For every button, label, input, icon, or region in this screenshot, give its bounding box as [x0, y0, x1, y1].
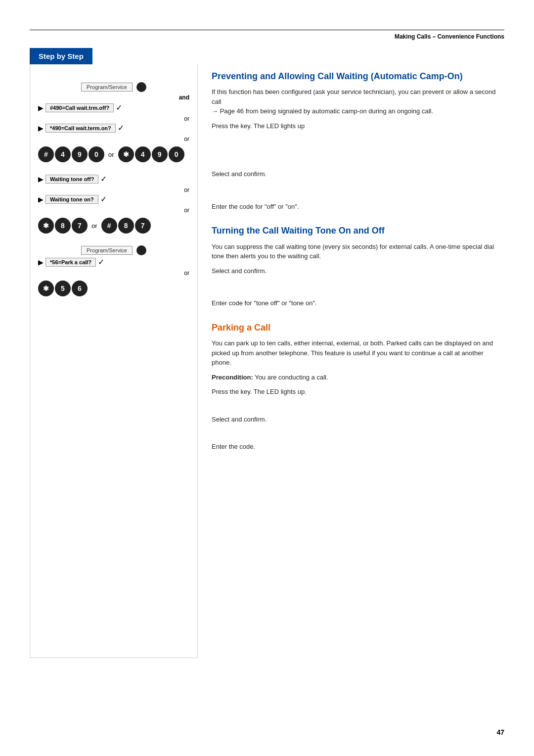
select-confirm-text-3: Select and confirm.: [212, 416, 267, 423]
digit-6: 6: [72, 281, 88, 296]
digit-hash: #: [38, 146, 54, 162]
program-service-key-2[interactable]: Program/Service: [81, 246, 133, 255]
menu-item-2[interactable]: *490=Call wait.term.on?: [45, 124, 116, 133]
digit-4: 4: [55, 146, 71, 162]
arrow-icon-2: ▶: [38, 124, 44, 132]
digit-row-2: ✱ 8 7 or # 8 7: [38, 218, 189, 234]
digit-row-3: ✱ 5 6: [38, 281, 189, 296]
check-1: ✓: [116, 103, 122, 112]
left-inner-box: Program/Service and ▶ #490=Call wait.trm…: [30, 64, 198, 658]
program-service-row-1: Program/Service: [38, 82, 189, 92]
press-key-action-3: Press the key. The LED lights up.: [212, 387, 504, 397]
menu-item-1[interactable]: #490=Call wait.trm.off?: [45, 103, 114, 112]
waiting-tone-off-row: ▶ Waiting tone off? ✓: [38, 174, 189, 184]
park-call-item[interactable]: *56=Park a call?: [45, 258, 96, 267]
menu-item-row-1: ▶ #490=Call wait.trm.off? ✓: [38, 103, 189, 112]
right-column: Preventing and Allowing Call Waiting (Au…: [198, 48, 504, 658]
header-title: Making Calls – Convenience Functions: [30, 33, 504, 40]
arrow-icon-3: ▶: [38, 175, 44, 183]
section3-body: You can park up to ten calls, either int…: [212, 338, 504, 368]
enter-code-text-3: Enter the code.: [212, 443, 255, 450]
program-service-row-2: Program/Service: [38, 245, 189, 255]
step-by-step-label: Step by Step: [30, 48, 92, 64]
or-label-1: or: [38, 115, 189, 122]
enter-code-text-1: Enter the code for "off" or "on".: [212, 203, 299, 210]
select-confirm-text-1: Select and confirm.: [212, 170, 267, 178]
left-column: Step by Step Program/Service and ▶ #490=…: [30, 48, 198, 658]
select-confirm-3: Select and confirm.: [212, 415, 504, 425]
digit-star: ✱: [118, 146, 134, 162]
park-call-row: ▶ *56=Park a call? ✓: [38, 257, 189, 267]
check-3: ✓: [100, 174, 107, 184]
digit-7: 7: [72, 218, 88, 234]
menu-item-row-2: ▶ *490=Call wait.term.on? ✓: [38, 123, 189, 133]
select-confirm-2: Select and confirm.: [212, 266, 504, 276]
select-confirm-1: Select and confirm.: [212, 169, 504, 179]
digit-7b: 7: [135, 218, 151, 234]
enter-code-text-2: Enter code for "tone off" or "tone on".: [212, 299, 317, 307]
or-label-2: or: [38, 136, 189, 142]
page-container: Making Calls – Convenience Functions Ste…: [0, 0, 534, 756]
check-2: ✓: [118, 123, 124, 133]
section3-precondition: Precondition: You are conducting a call.: [212, 373, 504, 382]
section2-title: Turning the Call Waiting Tone On and Off: [212, 225, 504, 236]
section2-body: You can suppress the call waiting tone (…: [212, 242, 504, 261]
digit-0: 0: [89, 146, 104, 162]
digit-0b: 0: [169, 146, 184, 162]
waiting-tone-off[interactable]: Waiting tone off?: [45, 175, 98, 184]
or-label-3: or: [38, 187, 189, 193]
select-confirm-text-2: Select and confirm.: [212, 267, 267, 275]
section1-arrow-text: Page 46 from being signaled by automatic…: [220, 107, 433, 115]
section1-title: Preventing and Allowing Call Waiting (Au…: [212, 71, 504, 82]
arrow-icon-1: ▶: [38, 104, 44, 112]
arrow-icon-4: ▶: [38, 195, 44, 203]
digit-8b: 8: [118, 218, 134, 234]
waiting-tone-on[interactable]: Waiting tone on?: [45, 195, 98, 204]
press-key-text-1: Press the key. The LED lights up: [212, 122, 305, 130]
digit-9: 9: [72, 146, 88, 162]
page-number: 47: [496, 728, 504, 736]
or-label-4: or: [38, 207, 189, 214]
press-key-action-1: Press the key. The LED lights up: [212, 121, 504, 131]
arrow-icon-5: ▶: [38, 258, 44, 266]
and-label: and: [38, 94, 189, 101]
waiting-tone-on-row: ▶ Waiting tone on? ✓: [38, 194, 189, 204]
arrow-right-icon: →: [212, 107, 218, 115]
or-sep-2: or: [91, 222, 97, 230]
main-content: Step by Step Program/Service and ▶ #490=…: [30, 48, 504, 658]
check-4: ✓: [100, 194, 107, 204]
or-sep-1: or: [108, 151, 114, 158]
or-label-5: or: [38, 270, 189, 277]
top-rule: [30, 30, 504, 30]
enter-code-2: Enter code for "tone off" or "tone on".: [212, 298, 504, 308]
digit-star-3: ✱: [38, 281, 54, 296]
section1-body: If this function has been configured (as…: [212, 87, 504, 116]
digit-9b: 9: [152, 146, 168, 162]
led-dot-1: [136, 82, 146, 92]
section3-title: Parking a Call: [212, 322, 504, 333]
digit-star-2: ✱: [38, 218, 54, 234]
digit-row-1: # 4 9 0 or ✱ 4 9 0: [38, 146, 189, 162]
digit-8: 8: [55, 218, 71, 234]
enter-code-1: Enter the code for "off" or "on".: [212, 202, 504, 212]
check-5: ✓: [98, 257, 104, 267]
press-key-text-3: Press the key. The LED lights up.: [212, 388, 307, 395]
enter-code-3: Enter the code.: [212, 442, 504, 452]
digit-hash-2: #: [101, 218, 117, 234]
program-service-key-1[interactable]: Program/Service: [81, 83, 133, 92]
led-dot-2: [136, 245, 146, 255]
digit-5: 5: [55, 281, 71, 296]
digit-4b: 4: [135, 146, 151, 162]
